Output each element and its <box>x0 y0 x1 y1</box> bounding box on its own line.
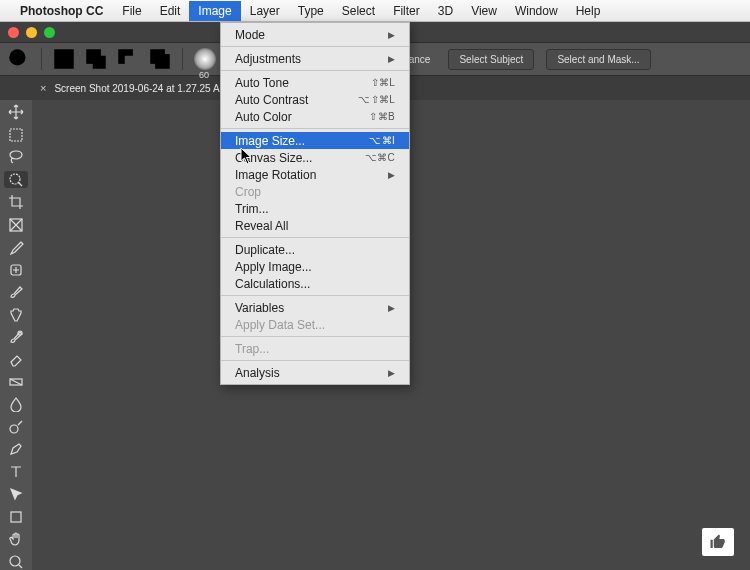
select-and-mask-button[interactable]: Select and Mask... <box>546 49 650 70</box>
submenu-arrow-icon: ▶ <box>388 30 395 40</box>
zoom-window-button[interactable] <box>44 27 55 38</box>
select-subject-button[interactable]: Select Subject <box>448 49 534 70</box>
image-menu-dropdown: Mode▶Adjustments▶Auto Tone⇧⌘LAuto Contra… <box>220 22 410 385</box>
menu-item-variables[interactable]: Variables▶ <box>221 299 409 316</box>
tool-hand[interactable] <box>4 531 28 547</box>
menu-item-calculations[interactable]: Calculations... <box>221 275 409 292</box>
menu-filter[interactable]: Filter <box>384 1 429 21</box>
menu-view[interactable]: View <box>462 1 506 21</box>
svg-rect-3 <box>93 56 106 69</box>
brush-picker[interactable]: 60 <box>194 48 216 70</box>
tool-history-brush[interactable] <box>4 329 28 345</box>
menu-item-label: Reveal All <box>235 219 288 233</box>
menu-item-label: Apply Data Set... <box>235 318 325 332</box>
svg-rect-15 <box>11 512 21 522</box>
menu-item-label: Auto Tone <box>235 76 289 90</box>
tool-gradient[interactable] <box>4 374 28 390</box>
menu-item-shortcut: ⌥⌘C <box>365 152 395 163</box>
tool-lasso[interactable] <box>4 149 28 165</box>
tool-healing[interactable] <box>4 261 28 277</box>
menu-item-shortcut: ⇧⌘B <box>369 111 395 122</box>
tool-crop[interactable] <box>4 194 28 210</box>
menu-item-label: Image Rotation <box>235 168 316 182</box>
tool-path-select[interactable] <box>4 486 28 502</box>
menu-item-auto-color[interactable]: Auto Color⇧⌘B <box>221 108 409 125</box>
menu-item-shortcut: ⌥⌘I <box>369 135 395 146</box>
submenu-arrow-icon: ▶ <box>388 303 395 313</box>
menu-item-label: Trap... <box>235 342 269 356</box>
menu-item-analysis[interactable]: Analysis▶ <box>221 364 409 381</box>
tab-close-icon[interactable]: × <box>40 82 46 94</box>
menu-separator <box>221 128 409 129</box>
menu-item-shortcut: ⌥⇧⌘L <box>358 94 395 105</box>
menu-3d[interactable]: 3D <box>429 1 462 21</box>
menu-layer[interactable]: Layer <box>241 1 289 21</box>
menu-item-image-rotation[interactable]: Image Rotation▶ <box>221 166 409 183</box>
menu-item-label: Apply Image... <box>235 260 312 274</box>
tool-rectangle[interactable] <box>4 508 28 524</box>
svg-point-0 <box>9 49 25 65</box>
menu-image[interactable]: Image <box>189 1 240 21</box>
tool-move[interactable] <box>4 104 28 120</box>
tool-marquee[interactable] <box>4 126 28 142</box>
menu-edit[interactable]: Edit <box>151 1 190 21</box>
menu-item-reveal-all[interactable]: Reveal All <box>221 217 409 234</box>
tool-brush[interactable] <box>4 284 28 300</box>
tool-eraser[interactable] <box>4 351 28 367</box>
menu-item-label: Variables <box>235 301 284 315</box>
tool-preset-picker[interactable] <box>6 48 32 70</box>
menu-item-crop: Crop <box>221 183 409 200</box>
menu-separator <box>221 70 409 71</box>
menu-separator <box>221 360 409 361</box>
menu-item-apply-image[interactable]: Apply Image... <box>221 258 409 275</box>
menu-window[interactable]: Window <box>506 1 567 21</box>
add-selection-icon[interactable] <box>83 48 109 70</box>
menu-item-label: Auto Contrast <box>235 93 308 107</box>
svg-point-14 <box>10 425 18 433</box>
menu-separator <box>221 46 409 47</box>
tool-zoom[interactable] <box>4 553 28 569</box>
menu-item-trim[interactable]: Trim... <box>221 200 409 217</box>
menu-separator <box>221 336 409 337</box>
mac-menubar: Photoshop CC FileEditImageLayerTypeSelec… <box>0 0 750 22</box>
menu-item-auto-contrast[interactable]: Auto Contrast⌥⇧⌘L <box>221 91 409 108</box>
tool-frame[interactable] <box>4 216 28 232</box>
close-window-button[interactable] <box>8 27 19 38</box>
menu-item-canvas-size[interactable]: Canvas Size...⌥⌘C <box>221 149 409 166</box>
tool-blur[interactable] <box>4 396 28 412</box>
menu-item-label: Mode <box>235 28 265 42</box>
menu-item-label: Calculations... <box>235 277 310 291</box>
new-selection-icon[interactable] <box>51 48 77 70</box>
menu-help[interactable]: Help <box>567 1 610 21</box>
tool-eyedropper[interactable] <box>4 239 28 255</box>
menu-item-label: Canvas Size... <box>235 151 312 165</box>
menu-item-label: Auto Color <box>235 110 292 124</box>
tool-quick-select[interactable] <box>4 171 28 187</box>
tools-panel <box>0 100 32 570</box>
menu-item-label: Adjustments <box>235 52 301 66</box>
subtract-selection-icon[interactable] <box>115 48 141 70</box>
menu-item-auto-tone[interactable]: Auto Tone⇧⌘L <box>221 74 409 91</box>
minimize-window-button[interactable] <box>26 27 37 38</box>
menu-item-label: Duplicate... <box>235 243 295 257</box>
menu-item-mode[interactable]: Mode▶ <box>221 26 409 43</box>
menu-item-adjustments[interactable]: Adjustments▶ <box>221 50 409 67</box>
tool-clone[interactable] <box>4 306 28 322</box>
tool-dodge[interactable] <box>4 419 28 435</box>
submenu-arrow-icon: ▶ <box>388 170 395 180</box>
menu-select[interactable]: Select <box>333 1 384 21</box>
tool-type[interactable] <box>4 464 28 480</box>
svg-point-16 <box>10 556 20 566</box>
like-overlay[interactable] <box>702 528 734 556</box>
menu-separator <box>221 295 409 296</box>
menu-item-duplicate[interactable]: Duplicate... <box>221 241 409 258</box>
menu-item-image-size[interactable]: Image Size...⌥⌘I <box>221 132 409 149</box>
app-name[interactable]: Photoshop CC <box>20 4 103 18</box>
svg-rect-8 <box>10 129 22 141</box>
intersect-selection-icon[interactable] <box>147 48 173 70</box>
menu-file[interactable]: File <box>113 1 150 21</box>
menu-type[interactable]: Type <box>289 1 333 21</box>
tool-pen[interactable] <box>4 441 28 457</box>
menu-item-label: Trim... <box>235 202 269 216</box>
submenu-arrow-icon: ▶ <box>388 368 395 378</box>
